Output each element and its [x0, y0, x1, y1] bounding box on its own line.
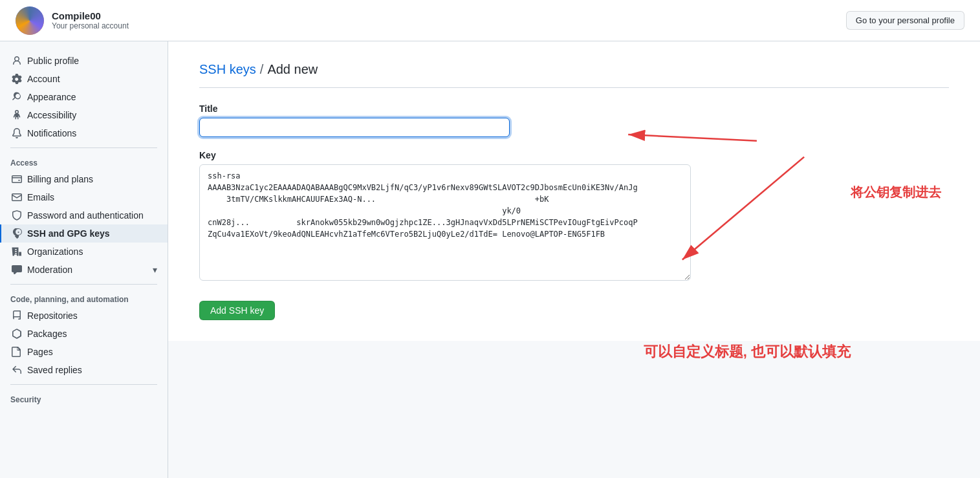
sidebar-label-moderation: Moderation [27, 265, 72, 275]
key-label: Key [199, 150, 949, 160]
sidebar-item-repositories[interactable]: Repositories [0, 307, 168, 325]
avatar [16, 6, 44, 35]
personal-profile-button[interactable]: Go to your personal profile [846, 11, 964, 30]
shield-icon [12, 210, 22, 221]
title-input[interactable] [199, 118, 510, 137]
main-content: SSH keys / Add new Title Key ssh-rsa AAA… [168, 41, 980, 341]
user-info: Compile00 Your personal account [52, 10, 129, 30]
repo-icon [12, 310, 22, 321]
sidebar-label-password-auth: Password and authentication [27, 210, 144, 221]
mail-icon [12, 192, 22, 202]
sidebar-item-appearance[interactable]: Appearance [0, 88, 168, 106]
bell-icon [12, 128, 22, 138]
key-form-group: Key ssh-rsa AAAAB3NzaC1yc2EAAAADAQABAAAB… [199, 150, 949, 283]
breadcrumb-ssh-keys-link[interactable]: SSH keys [199, 62, 256, 77]
sidebar-label-public-profile: Public profile [27, 56, 79, 66]
main-wrapper: SSH keys / Add new Title Key ssh-rsa AAA… [168, 41, 980, 478]
sidebar-label-saved-replies: Saved replies [27, 365, 82, 375]
sidebar-section-security: Security [0, 390, 168, 407]
org-icon [12, 246, 22, 257]
breadcrumb-current: Add new [267, 62, 318, 77]
username: Compile00 [52, 10, 129, 21]
title-form-group: Title [199, 103, 949, 137]
sidebar-divider-3 [10, 384, 157, 385]
chevron-down-icon: ▾ [153, 265, 157, 275]
breadcrumb: SSH keys / Add new [199, 62, 949, 88]
sidebar-item-organizations[interactable]: Organizations [0, 243, 168, 261]
top-bar-actions: Go to your personal profile [846, 11, 964, 30]
top-bar-user: Compile00 Your personal account [16, 6, 129, 35]
sidebar: Public profile Account Appearance Access… [0, 41, 168, 478]
sidebar-label-accessibility: Accessibility [27, 110, 76, 120]
add-ssh-key-button[interactable]: Add SSH key [199, 301, 275, 320]
sidebar-item-notifications[interactable]: Notifications [0, 124, 168, 142]
sidebar-item-moderation[interactable]: Moderation ▾ [0, 261, 168, 279]
top-bar: Compile00 Your personal account Go to yo… [0, 0, 980, 41]
sidebar-label-emails: Emails [27, 192, 54, 202]
sidebar-label-organizations: Organizations [27, 246, 83, 257]
sidebar-label-billing: Billing and plans [27, 174, 93, 184]
sidebar-label-packages: Packages [27, 329, 67, 339]
sidebar-item-packages[interactable]: Packages [0, 325, 168, 343]
sidebar-section-access: Access [0, 153, 168, 170]
sidebar-label-repositories: Repositories [27, 310, 78, 321]
sidebar-item-emails[interactable]: Emails [0, 188, 168, 206]
sidebar-label-ssh-gpg: SSH and GPG keys [27, 228, 110, 239]
comment-icon [12, 265, 22, 275]
sidebar-label-account: Account [27, 74, 60, 84]
sidebar-label-notifications: Notifications [27, 128, 76, 138]
key-textarea[interactable]: ssh-rsa AAAAB3NzaC1yc2EAAAADAQABAAABgQC9… [199, 164, 691, 281]
title-label: Title [199, 103, 949, 114]
sidebar-label-pages: Pages [27, 347, 53, 357]
reply-icon [12, 365, 22, 375]
sidebar-divider-2 [10, 284, 157, 285]
sidebar-item-ssh-gpg[interactable]: SSH and GPG keys [0, 224, 168, 243]
breadcrumb-separator: / [260, 62, 264, 77]
annotation-customize-title: 可以自定义标题, 也可以默认填充 [644, 342, 851, 362]
sidebar-item-password-auth[interactable]: Password and authentication [0, 206, 168, 224]
sidebar-item-accessibility[interactable]: Accessibility [0, 106, 168, 124]
credit-card-icon [12, 174, 22, 184]
sidebar-divider-1 [10, 147, 157, 148]
user-subtitle: Your personal account [52, 21, 129, 30]
pages-icon [12, 347, 22, 357]
sidebar-item-account[interactable]: Account [0, 70, 168, 88]
gear-icon [12, 74, 22, 84]
sidebar-item-saved-replies[interactable]: Saved replies [0, 361, 168, 379]
accessibility-icon [12, 110, 22, 120]
layout: Public profile Account Appearance Access… [0, 41, 980, 478]
person-icon [12, 56, 22, 66]
sidebar-section-code: Code, planning, and automation [0, 290, 168, 307]
package-icon [12, 329, 22, 339]
sidebar-label-appearance: Appearance [27, 92, 76, 102]
sidebar-item-billing[interactable]: Billing and plans [0, 170, 168, 188]
key-icon [12, 228, 22, 239]
paint-icon [12, 92, 22, 102]
sidebar-item-public-profile[interactable]: Public profile [0, 52, 168, 70]
sidebar-item-pages[interactable]: Pages [0, 343, 168, 361]
